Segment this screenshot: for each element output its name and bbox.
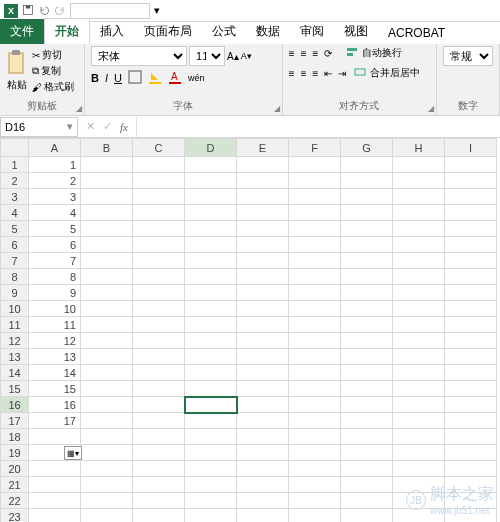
- cell-I14[interactable]: [445, 365, 497, 381]
- cell-B19[interactable]: [81, 445, 133, 461]
- cell-B3[interactable]: [81, 189, 133, 205]
- cell-G13[interactable]: [341, 349, 393, 365]
- cell-D22[interactable]: [185, 493, 237, 509]
- cell-I11[interactable]: [445, 317, 497, 333]
- col-header-F[interactable]: F: [289, 139, 341, 157]
- cell-B12[interactable]: [81, 333, 133, 349]
- cell-E4[interactable]: [237, 205, 289, 221]
- worksheet-grid[interactable]: ABCDEFGHI1122334455667788991010111112121…: [0, 138, 500, 522]
- col-header-D[interactable]: D: [185, 139, 237, 157]
- undo-icon[interactable]: [38, 4, 50, 18]
- cell-F10[interactable]: [289, 301, 341, 317]
- cell-C13[interactable]: [133, 349, 185, 365]
- row-header-4[interactable]: 4: [1, 205, 29, 221]
- cell-C12[interactable]: [133, 333, 185, 349]
- cell-I15[interactable]: [445, 381, 497, 397]
- cell-H12[interactable]: [393, 333, 445, 349]
- cell-A20[interactable]: [29, 461, 81, 477]
- cell-A3[interactable]: 3: [29, 189, 81, 205]
- border-button[interactable]: [128, 70, 142, 86]
- cell-H8[interactable]: [393, 269, 445, 285]
- align-right-icon[interactable]: ≡: [312, 68, 318, 79]
- cell-I12[interactable]: [445, 333, 497, 349]
- cell-C16[interactable]: [133, 397, 185, 413]
- cell-D5[interactable]: [185, 221, 237, 237]
- cell-I5[interactable]: [445, 221, 497, 237]
- cell-D16[interactable]: [185, 397, 237, 413]
- tab-file[interactable]: 文件: [0, 19, 44, 44]
- cell-G19[interactable]: [341, 445, 393, 461]
- paste-button[interactable]: 粘贴: [7, 78, 27, 92]
- cell-E20[interactable]: [237, 461, 289, 477]
- col-header-G[interactable]: G: [341, 139, 393, 157]
- cell-E9[interactable]: [237, 285, 289, 301]
- cell-A7[interactable]: 7: [29, 253, 81, 269]
- cell-H1[interactable]: [393, 157, 445, 173]
- cell-D3[interactable]: [185, 189, 237, 205]
- font-color-button[interactable]: A: [168, 70, 182, 86]
- cell-G23[interactable]: [341, 509, 393, 523]
- cell-F16[interactable]: [289, 397, 341, 413]
- cell-B15[interactable]: [81, 381, 133, 397]
- tab-acrobat[interactable]: ACROBAT: [378, 22, 455, 44]
- cell-C5[interactable]: [133, 221, 185, 237]
- row-header-1[interactable]: 1: [1, 157, 29, 173]
- cell-B5[interactable]: [81, 221, 133, 237]
- cell-B23[interactable]: [81, 509, 133, 523]
- tab-home[interactable]: 开始: [44, 18, 90, 44]
- cell-B14[interactable]: [81, 365, 133, 381]
- cell-A8[interactable]: 8: [29, 269, 81, 285]
- cell-G15[interactable]: [341, 381, 393, 397]
- cell-I17[interactable]: [445, 413, 497, 429]
- cell-E3[interactable]: [237, 189, 289, 205]
- cell-D7[interactable]: [185, 253, 237, 269]
- font-name-select[interactable]: 宋体: [91, 46, 187, 66]
- cell-A9[interactable]: 9: [29, 285, 81, 301]
- cell-B9[interactable]: [81, 285, 133, 301]
- cell-E17[interactable]: [237, 413, 289, 429]
- cell-E7[interactable]: [237, 253, 289, 269]
- cell-G18[interactable]: [341, 429, 393, 445]
- row-header-16[interactable]: 16: [1, 397, 29, 413]
- fill-color-button[interactable]: [148, 70, 162, 86]
- row-header-23[interactable]: 23: [1, 509, 29, 523]
- cell-C19[interactable]: [133, 445, 185, 461]
- cell-F22[interactable]: [289, 493, 341, 509]
- cell-I6[interactable]: [445, 237, 497, 253]
- cell-B13[interactable]: [81, 349, 133, 365]
- autofill-options-icon[interactable]: ▦▾: [64, 446, 82, 460]
- cell-B22[interactable]: [81, 493, 133, 509]
- cell-H16[interactable]: [393, 397, 445, 413]
- dialog-launcher-icon[interactable]: ◢: [428, 104, 434, 113]
- cell-C22[interactable]: [133, 493, 185, 509]
- cell-A13[interactable]: 13: [29, 349, 81, 365]
- cell-I3[interactable]: [445, 189, 497, 205]
- cell-B18[interactable]: [81, 429, 133, 445]
- cell-D9[interactable]: [185, 285, 237, 301]
- cell-A14[interactable]: 14: [29, 365, 81, 381]
- col-header-C[interactable]: C: [133, 139, 185, 157]
- cell-H7[interactable]: [393, 253, 445, 269]
- tab-insert[interactable]: 插入: [90, 19, 134, 44]
- cell-C6[interactable]: [133, 237, 185, 253]
- row-header-22[interactable]: 22: [1, 493, 29, 509]
- cell-C2[interactable]: [133, 173, 185, 189]
- align-top-icon[interactable]: ≡: [289, 48, 295, 59]
- cell-C23[interactable]: [133, 509, 185, 523]
- cell-C18[interactable]: [133, 429, 185, 445]
- cell-A17[interactable]: 17: [29, 413, 81, 429]
- cell-F1[interactable]: [289, 157, 341, 173]
- cell-H20[interactable]: [393, 461, 445, 477]
- cell-A6[interactable]: 6: [29, 237, 81, 253]
- enter-icon[interactable]: ✓: [103, 120, 112, 133]
- cell-G1[interactable]: [341, 157, 393, 173]
- cell-F9[interactable]: [289, 285, 341, 301]
- cell-H10[interactable]: [393, 301, 445, 317]
- row-header-17[interactable]: 17: [1, 413, 29, 429]
- bold-button[interactable]: B: [91, 72, 99, 84]
- qat-input[interactable]: [70, 3, 150, 19]
- indent-decrease-icon[interactable]: ⇤: [324, 68, 332, 79]
- cell-A2[interactable]: 2: [29, 173, 81, 189]
- cell-D2[interactable]: [185, 173, 237, 189]
- cell-D20[interactable]: [185, 461, 237, 477]
